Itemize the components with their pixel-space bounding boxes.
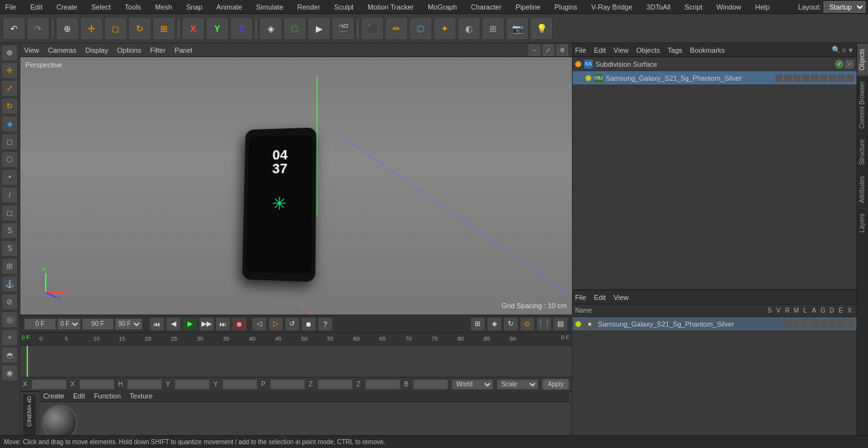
y-axis-button[interactable]: Y (206, 17, 229, 40)
polygon-mode-button[interactable]: ◈ (259, 17, 282, 40)
obj-ctrl-5[interactable] (811, 74, 818, 82)
cube-primitive-button[interactable]: ⬛ (361, 17, 384, 40)
camera-button[interactable]: 📷 (506, 17, 529, 40)
tab-structure[interactable]: Structure (857, 133, 868, 170)
world-dropdown[interactable]: World (452, 379, 493, 390)
layout-select[interactable]: Startup (824, 1, 865, 13)
menu-vray[interactable]: V-Ray Bridge (589, 2, 635, 12)
uvw-mode-button[interactable]: S (1, 222, 18, 239)
viewport-menu-display[interactable]: Display (85, 46, 108, 54)
rb-ctrl-4[interactable] (811, 320, 818, 328)
coord-x-input[interactable]: 0 cm (32, 379, 67, 390)
timeline-toggle-button[interactable]: ⋮⋮ (536, 317, 552, 331)
model-mode-button[interactable]: ◻ (1, 133, 18, 150)
object-mode-button[interactable]: ◈ (1, 116, 18, 132)
hair-button[interactable]: ⊘ (1, 294, 18, 310)
objects-menu-bookmarks[interactable]: Bookmarks (690, 46, 725, 54)
x-axis-button[interactable]: X (182, 17, 205, 40)
sort-icon[interactable]: ≡ (842, 46, 846, 54)
frame-end-input[interactable] (82, 318, 114, 330)
viewport-menu-view[interactable]: View (24, 46, 39, 54)
point-mode-button[interactable]: • (1, 169, 18, 186)
objects-item-subdivision[interactable]: SS Subdivision Surface ✓ ✓ (573, 57, 857, 71)
apply-button[interactable]: Apply (542, 379, 569, 390)
magnet-button[interactable]: ⚓ (1, 276, 18, 292)
scale-dropdown[interactable]: Scale (497, 379, 538, 390)
motion-clip-button[interactable]: ⊞ (470, 317, 485, 331)
viewport-menu-filter[interactable]: Filter (150, 46, 165, 54)
viewport[interactable]: Perspective 0437 ✳ X Y (20, 57, 572, 315)
obj-ctrl-9[interactable] (846, 74, 854, 82)
play-fast-forward-button[interactable]: ▶▶ (199, 317, 214, 331)
viewport-menu-panel[interactable]: Panel (175, 46, 193, 54)
brush-button[interactable]: ◉ (1, 365, 18, 381)
menu-pipeline[interactable]: Pipeline (513, 2, 543, 12)
rb-menu-view[interactable]: View (614, 294, 629, 301)
keyframe-button[interactable]: ◈ (487, 317, 502, 331)
snap-button[interactable]: ⊞ (1, 258, 18, 275)
menu-window[interactable]: Window (714, 2, 743, 12)
mat-menu-function[interactable]: Function (94, 392, 121, 400)
scale-button[interactable]: ⤢ (1, 80, 18, 97)
rb-ctrl-8[interactable] (846, 320, 854, 328)
loop-button[interactable]: ↺ (285, 317, 300, 331)
paint-button[interactable]: ◎ (1, 311, 18, 328)
rb-ctrl-5[interactable] (820, 320, 827, 328)
go-to-start-button[interactable]: ⏮ (149, 317, 165, 331)
coord-p-input[interactable]: 0 ° (270, 379, 305, 390)
tab-content-browser[interactable]: Content Browser (857, 76, 868, 133)
select-tool-button[interactable]: ⊕ (56, 17, 79, 40)
move-button[interactable]: ✛ (1, 62, 18, 79)
render-picture-viewer-button[interactable]: 🎬 (332, 17, 355, 40)
menu-mograph[interactable]: MoGraph (425, 2, 459, 12)
grid-button[interactable]: ⊞ (482, 17, 505, 40)
viewport-ctrl-move[interactable]: ↔ (529, 44, 540, 56)
go-to-end-button[interactable]: ⏭ (215, 317, 231, 331)
tab-layers[interactable]: Layers (857, 208, 868, 238)
obj-ctrl-2[interactable] (784, 74, 792, 82)
obj-ctrl-4[interactable] (802, 74, 810, 82)
coord-h-input[interactable]: 0 ° (127, 379, 162, 390)
objects-menu-file[interactable]: File (575, 46, 587, 54)
rotate-tool-button[interactable]: ↻ (128, 17, 151, 40)
shader-button[interactable]: ◐ (458, 17, 480, 40)
menu-simulate[interactable]: Simulate (254, 2, 286, 12)
undo-button[interactable]: ↶ (3, 17, 25, 40)
frame-dropdown[interactable]: 0 F (57, 318, 81, 330)
timeline-ruler[interactable]: 0 F 0 F 0 5 10 15 20 25 30 35 40 45 50 5… (20, 333, 572, 346)
rb-ctrl-1[interactable] (784, 320, 792, 328)
coord-z2-input[interactable]: 0 cm (365, 379, 400, 390)
cube-tool-button[interactable]: ◻ (104, 17, 127, 40)
menu-plugins[interactable]: Plugins (552, 2, 580, 12)
step-back-button[interactable]: ◁ (252, 317, 267, 331)
live-selection-button[interactable]: ⊕ (1, 44, 18, 61)
filter-icon[interactable]: ▼ (847, 46, 854, 54)
light-button[interactable]: 💡 (530, 17, 553, 40)
menu-render[interactable]: Render (295, 2, 323, 12)
obj-ctrl-7[interactable] (829, 74, 836, 82)
menu-select[interactable]: Select (89, 2, 114, 12)
viewport-ctrl-settings[interactable]: ⚙ (557, 44, 568, 56)
obj-ctrl-3[interactable] (793, 74, 801, 82)
menu-edit[interactable]: Edit (28, 2, 45, 12)
objects-item-samsung[interactable]: OBJ Samsung_Galaxy_S21_5g_Phantom_Silver (573, 71, 857, 85)
obj-visible-dot[interactable]: ✓ (835, 60, 844, 69)
obj-ctrl-6[interactable] (820, 74, 827, 82)
coord-b-input[interactable]: 0 ° (413, 379, 448, 390)
rb-ctrl-3[interactable] (802, 320, 810, 328)
edge-mode-button[interactable]: / (1, 187, 18, 203)
poly-mode-button[interactable]: ◻ (1, 205, 18, 221)
help-button[interactable]: ? (318, 317, 333, 331)
sculpt2-button[interactable]: ◓ (1, 347, 18, 363)
render-active-button[interactable]: ▶ (308, 17, 330, 40)
menu-snap[interactable]: Snap (184, 2, 205, 12)
rb-ctrl-2[interactable] (793, 320, 801, 328)
viewport-menu-cameras[interactable]: Cameras (48, 46, 77, 54)
menu-character[interactable]: Character (468, 2, 504, 12)
timeline-tracks[interactable] (20, 346, 572, 377)
z-axis-button[interactable]: Z (230, 17, 253, 40)
rb-ctrl-6[interactable] (829, 320, 836, 328)
auto-key-button[interactable]: ↻ (503, 317, 519, 331)
frame-end-dropdown[interactable]: 90 F (115, 318, 142, 330)
menu-tools[interactable]: Tools (122, 2, 144, 12)
